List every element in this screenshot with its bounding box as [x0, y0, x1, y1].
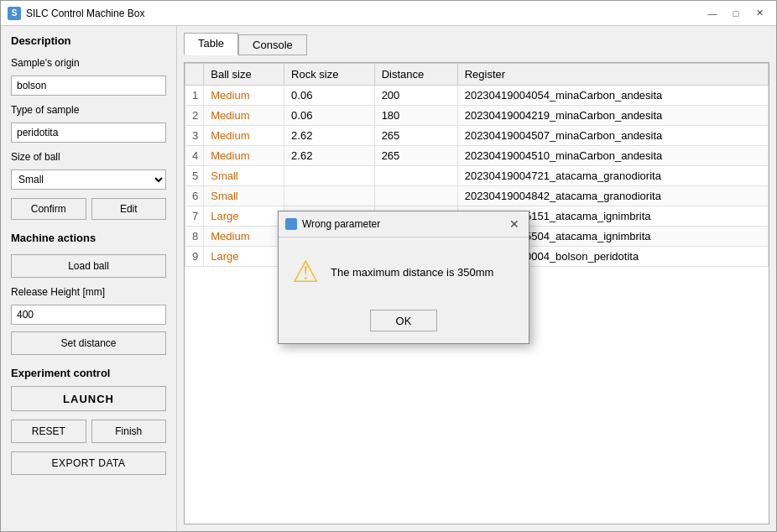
- window-controls: — □ ✕: [702, 6, 769, 21]
- dialog-ok-button[interactable]: OK: [370, 310, 437, 331]
- release-height-label: Release Height [mm]: [11, 286, 166, 298]
- release-height-input[interactable]: [11, 305, 166, 325]
- reset-finish-row: RESET Finish: [11, 420, 166, 443]
- main-content: Description Sample's origin Type of samp…: [1, 26, 776, 531]
- dialog-body: ⚠ The maximum distance is 350mm: [279, 237, 529, 303]
- load-ball-button[interactable]: Load ball: [11, 254, 166, 278]
- dialog-footer: OK: [279, 303, 529, 343]
- dialog-message: The maximum distance is 350mm: [331, 266, 493, 279]
- export-data-button[interactable]: EXPORT DATA: [11, 451, 166, 475]
- description-section-label: Description: [11, 34, 166, 47]
- finish-button[interactable]: Finish: [91, 420, 167, 443]
- size-of-ball-select[interactable]: Small Medium Large: [11, 170, 166, 190]
- app-icon: S: [8, 7, 21, 20]
- window-title: SILC Control Machine Box: [26, 8, 144, 19]
- minimize-button[interactable]: —: [702, 6, 722, 21]
- machine-actions-section: Machine actions: [11, 232, 166, 246]
- experiment-control-section: Experiment control: [11, 367, 166, 381]
- confirm-button[interactable]: Confirm: [11, 198, 86, 220]
- left-panel: Description Sample's origin Type of samp…: [1, 26, 177, 531]
- dialog-close-button[interactable]: ✕: [507, 216, 522, 232]
- type-of-sample-label: Type of sample: [11, 104, 166, 116]
- set-distance-button[interactable]: Set distance: [11, 331, 166, 355]
- dialog-title-text: Wrong parameter: [302, 218, 380, 230]
- maximize-button[interactable]: □: [726, 6, 746, 21]
- confirm-edit-row: Confirm Edit: [11, 198, 166, 220]
- right-panel: Table Console Ball size Rock size Distan…: [177, 26, 776, 531]
- warning-icon: ⚠: [292, 254, 319, 289]
- experiment-control-label: Experiment control: [11, 367, 166, 379]
- dialog-app-icon: [285, 218, 297, 230]
- title-bar: S SILC Control Machine Box — □ ✕: [1, 1, 776, 26]
- sample-origin-input[interactable]: [11, 76, 166, 96]
- size-of-ball-label: Size of ball: [11, 151, 166, 163]
- sample-origin-label: Sample's origin: [11, 57, 166, 69]
- dialog-title-left: Wrong parameter: [285, 218, 380, 230]
- dialog-title-bar: Wrong parameter ✕: [279, 211, 529, 237]
- title-bar-left: S SILC Control Machine Box: [8, 7, 144, 20]
- reset-button[interactable]: RESET: [11, 420, 86, 443]
- launch-button[interactable]: LAUNCH: [11, 386, 166, 411]
- main-window: S SILC Control Machine Box — □ ✕ Descrip…: [0, 0, 777, 532]
- machine-actions-label: Machine actions: [11, 232, 166, 244]
- close-button[interactable]: ✕: [749, 6, 769, 21]
- dialog-overlay: Wrong parameter ✕ ⚠ The maximum distance…: [177, 26, 776, 531]
- edit-button[interactable]: Edit: [91, 198, 167, 220]
- type-of-sample-input[interactable]: [11, 123, 166, 143]
- wrong-parameter-dialog: Wrong parameter ✕ ⚠ The maximum distance…: [278, 211, 529, 344]
